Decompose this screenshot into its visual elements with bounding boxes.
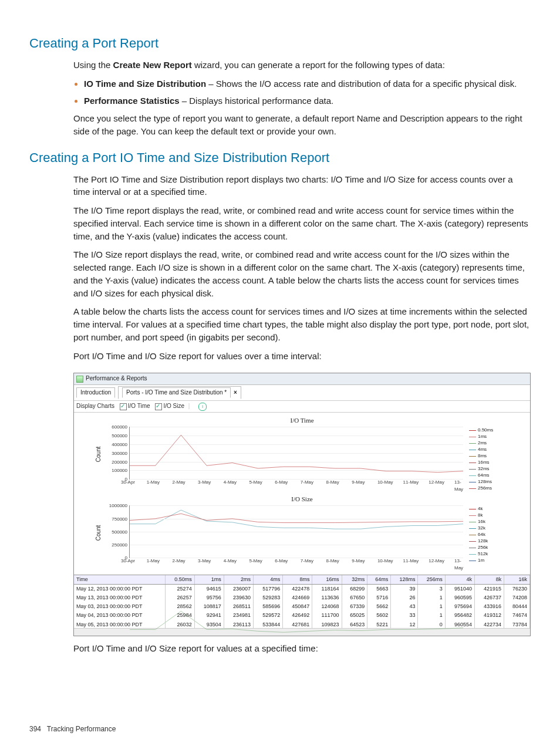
paragraph: The I/O Time report displays the read, w… bbox=[73, 204, 531, 242]
table-row[interactable]: May 05, 2013 00:00:00 PDT260329350423611… bbox=[74, 620, 530, 629]
table-row[interactable]: May 04, 2013 00:00:00 PDT259849294123498… bbox=[74, 611, 530, 620]
intro-paragraph: Using the Create New Report wizard, you … bbox=[73, 59, 531, 72]
checkbox-io-size[interactable] bbox=[155, 403, 162, 410]
list-item: IO Time and Size Distribution – Shows th… bbox=[84, 77, 531, 90]
io-time-chart: I/O Time01000002000003000004000005000006… bbox=[76, 416, 528, 492]
tab-strip: Introduction Ports - I/O Time and Size D… bbox=[74, 385, 530, 401]
info-icon[interactable]: i bbox=[198, 403, 207, 411]
data-table-wrap: Time0.50ms1ms2ms4ms8ms16ms32ms64ms128ms2… bbox=[74, 575, 530, 628]
paragraph: The Port IO Time and Size Distribution r… bbox=[73, 173, 531, 199]
section-heading-1: Creating a Port Report bbox=[29, 34, 531, 53]
chart-window-icon bbox=[76, 376, 83, 383]
table-row[interactable]: May 12, 2013 00:00:00 PDT252749461523600… bbox=[74, 585, 530, 594]
tab-ports-io[interactable]: Ports - I/O Time and Size Distribution *… bbox=[118, 386, 241, 400]
tab-introduction[interactable]: Introduction bbox=[76, 387, 115, 399]
table-row[interactable]: May 03, 2013 00:00:00 PDT285621088172685… bbox=[74, 602, 530, 611]
io-size-chart: I/O Size0250000500000750000100000030-Apr… bbox=[76, 495, 528, 571]
list-item: Performance Statistics – Displays histor… bbox=[84, 94, 531, 107]
section-heading-2: Creating a Port IO Time and Size Distrib… bbox=[29, 148, 531, 167]
paragraph: Port I/O Time and I/O Size report for va… bbox=[73, 350, 531, 363]
paragraph: The I/O Size report displays the read, w… bbox=[73, 248, 531, 299]
close-icon[interactable]: × bbox=[234, 389, 237, 396]
screenshot-figure: Performance & Reports Introduction Ports… bbox=[73, 373, 531, 636]
checkbox-io-time[interactable] bbox=[120, 403, 127, 410]
window-titlebar: Performance & Reports bbox=[74, 373, 530, 385]
paragraph: A table below the charts lists the acces… bbox=[73, 305, 531, 343]
data-table: Time0.50ms1ms2ms4ms8ms16ms32ms64ms128ms2… bbox=[74, 575, 530, 628]
paragraph: Once you select the type of report you w… bbox=[73, 112, 531, 138]
chart-toolbar: Display Charts I/O Time I/O Size | i bbox=[74, 401, 530, 413]
table-row[interactable]: May 13, 2013 00:00:00 PDT262579575623963… bbox=[74, 593, 530, 602]
